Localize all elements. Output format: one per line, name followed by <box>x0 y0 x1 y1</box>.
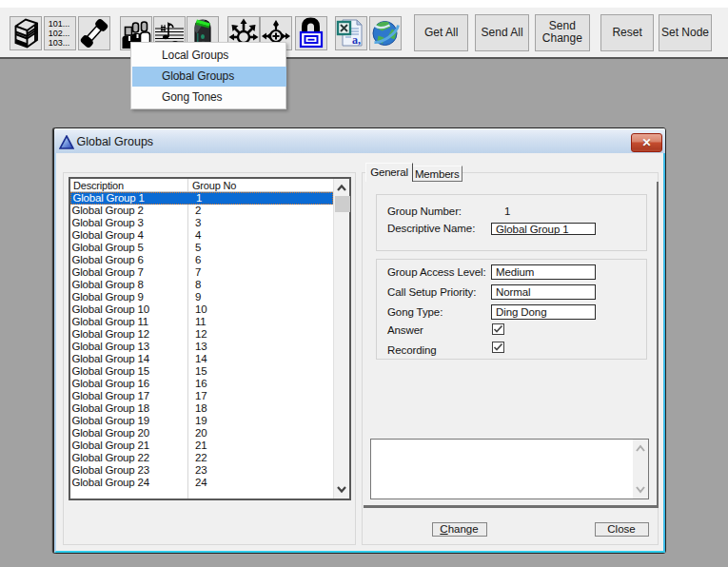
svg-text:a,: a, <box>352 33 361 47</box>
